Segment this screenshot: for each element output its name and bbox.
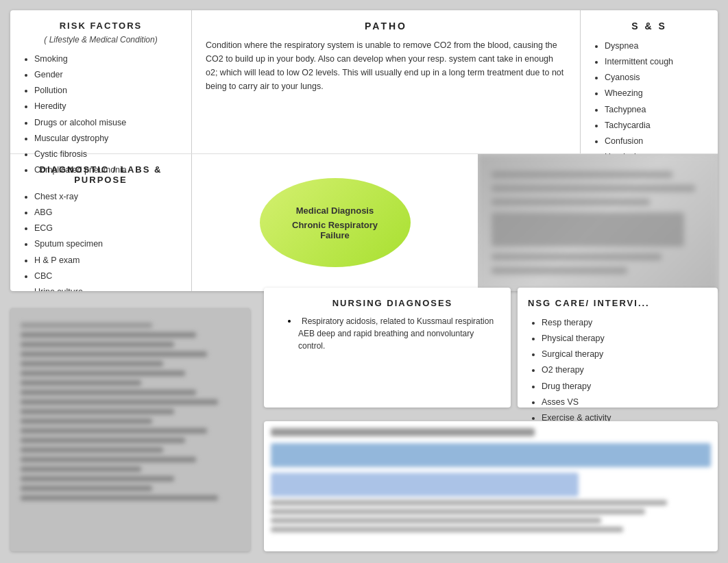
list-item: Surgical therapy — [542, 347, 707, 362]
nsg-care-card: NSG CARE/ INTERVI... Resp therapy Physic… — [518, 288, 718, 408]
right-blurred-panel — [478, 154, 718, 291]
list-item: Physical therapy — [542, 331, 707, 347]
list-item: Intermittent cough — [605, 54, 707, 70]
nsg-care-list: Resp therapy Physical therapy Surgical t… — [528, 315, 707, 426]
list-item: Heredity — [34, 99, 181, 114]
list-item: Cyanosis — [605, 70, 707, 86]
list-item: Tachycardia — [605, 118, 707, 134]
patho-panel: PATHO Condition where the respiratory sy… — [192, 10, 581, 153]
bottom-left-blurred — [10, 308, 250, 551]
medical-diagnosis-name: Chronic Respiratory Failure — [292, 220, 378, 240]
nursing-item-text: Respiratory acidosis, related to Kussmau… — [298, 316, 494, 351]
top-row: RISK FACTORS ( Lifestyle & Medical Condi… — [10, 10, 718, 154]
list-item: CBC — [34, 268, 181, 284]
blurred-content — [478, 154, 718, 291]
medical-diagnosis-oval: Medical Diagnosis Chronic Respiratory Fa… — [260, 178, 411, 267]
nursing-diagnoses-card: NURSING DIAGNOSES Respiratory acidosis, … — [264, 288, 511, 408]
patho-title: PATHO — [206, 21, 566, 32]
list-item: Smoking — [34, 51, 181, 67]
list-item: Wheezing — [605, 86, 707, 101]
medical-diagnosis-label: Medical Diagnosis — [296, 205, 374, 216]
risk-factors-panel: RISK FACTORS ( Lifestyle & Medical Condi… — [10, 10, 192, 153]
diagnostic-panel: DIAGNOSTIC / LABS & PURPOSE Chest x-ray … — [10, 154, 192, 291]
bbc-text-line-1 — [271, 500, 667, 505]
list-item: Resp therapy — [542, 315, 707, 331]
list-item: Muscular dystrophy — [34, 131, 181, 147]
list-item: Urine culture — [34, 284, 181, 291]
diagnostic-list: Chest x-ray ABG ECG Sputum specimen H & … — [21, 189, 181, 291]
bbc-text-line-2 — [271, 509, 645, 514]
risk-factors-subtitle: ( Lifestyle & Medical Condition) — [21, 35, 181, 45]
bbc-title-line — [271, 428, 535, 436]
list-item: O2 therapy — [542, 362, 707, 378]
main-container: RISK FACTORS ( Lifestyle & Medical Condi… — [0, 0, 728, 563]
nsg-care-title: NSG CARE/ INTERVI... — [528, 298, 707, 308]
bottom-blurred-card — [264, 421, 718, 551]
nursing-diagnoses-list: Respiratory acidosis, related to Kussmau… — [284, 315, 500, 352]
list-item: Drugs or alcohol misuse — [34, 115, 181, 131]
list-item: Confusion — [605, 134, 707, 149]
bottom-left-inner — [10, 308, 250, 551]
list-item: Sputum specimen — [34, 236, 181, 252]
list-item: Tachypnea — [605, 102, 707, 118]
diagnostic-title: DIAGNOSTIC / LABS & PURPOSE — [21, 164, 181, 185]
list-item: ABG — [34, 205, 181, 221]
top-card: RISK FACTORS ( Lifestyle & Medical Condi… — [10, 10, 718, 291]
list-item: Gender — [34, 67, 181, 83]
ss-panel: S & S Dyspnea Intermittent cough Cyanosi… — [581, 10, 718, 153]
bbc-text-line-3 — [271, 518, 601, 523]
patho-text: Condition where the respiratory system i… — [206, 38, 566, 93]
ss-title: S & S — [591, 21, 707, 32]
list-item: Chest x-ray — [34, 189, 181, 205]
list-item: Asses VS — [542, 395, 707, 410]
list-item: H & P exam — [34, 253, 181, 268]
center-panel: Medical Diagnosis Chronic Respiratory Fa… — [192, 154, 478, 291]
nursing-diagnoses-title: NURSING DIAGNOSES — [284, 298, 500, 308]
bbc-blue-line-1 — [271, 443, 711, 467]
bbc-inner — [264, 421, 718, 551]
risk-factors-title: RISK FACTORS — [21, 21, 181, 31]
bbc-text-line-4 — [271, 527, 623, 532]
bottom-row: DIAGNOSTIC / LABS & PURPOSE Chest x-ray … — [10, 154, 718, 291]
bbc-blue-line-2 — [271, 473, 579, 497]
list-item: Respiratory acidosis, related to Kussmau… — [298, 315, 500, 352]
list-item: Dyspnea — [605, 38, 707, 54]
list-item: ECG — [34, 221, 181, 236]
list-item: Pollution — [34, 83, 181, 99]
list-item: Drug therapy — [542, 379, 707, 395]
